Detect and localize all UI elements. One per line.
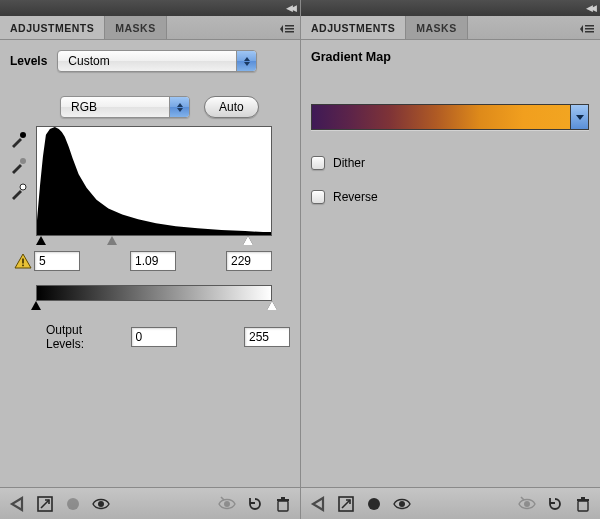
- output-slider-track[interactable]: [36, 301, 272, 313]
- eyedropper-group: [10, 126, 30, 200]
- svg-rect-1: [285, 28, 294, 30]
- clip-to-layer-icon[interactable]: [365, 495, 383, 513]
- back-arrow-icon[interactable]: [8, 495, 26, 513]
- svg-point-11: [224, 501, 230, 507]
- channel-select[interactable]: RGB: [60, 96, 190, 118]
- reverse-checkbox[interactable]: [311, 190, 325, 204]
- panel-collapse-bar[interactable]: ◀◀: [301, 0, 600, 16]
- svg-rect-12: [278, 501, 288, 511]
- trash-icon[interactable]: [574, 495, 592, 513]
- levels-body: Levels Custom RGB Auto: [0, 40, 300, 487]
- shadow-slider-handle[interactable]: [36, 236, 46, 245]
- levels-panel: ◀◀ ADJUSTMENTS MASKS Levels Custom RGB A…: [0, 0, 300, 519]
- reset-icon[interactable]: [246, 495, 264, 513]
- panel-menu-button[interactable]: [580, 16, 594, 40]
- svg-rect-15: [585, 25, 594, 27]
- trash-icon[interactable]: [274, 495, 292, 513]
- svg-rect-7: [22, 265, 24, 267]
- eyedropper-white-icon[interactable]: [10, 182, 28, 200]
- clip-to-layer-icon[interactable]: [64, 495, 82, 513]
- input-slider-track[interactable]: [36, 236, 272, 248]
- back-arrow-icon[interactable]: [309, 495, 327, 513]
- midtone-slider-handle[interactable]: [107, 236, 117, 245]
- gradient-swatch: [312, 105, 570, 129]
- warning-icon[interactable]: [14, 252, 32, 270]
- previous-state-icon[interactable]: [518, 495, 536, 513]
- collapse-icon: ◀◀: [586, 3, 594, 13]
- eyedropper-black-icon[interactable]: [10, 130, 28, 148]
- output-high-handle[interactable]: [267, 301, 277, 310]
- gradient-dropdown-button[interactable]: [570, 105, 588, 129]
- output-levels-label: Output Levels:: [46, 323, 123, 351]
- svg-rect-22: [578, 501, 588, 511]
- highlight-slider-handle[interactable]: [243, 236, 253, 245]
- gradient-map-body: Gradient Map Dither Reverse: [301, 40, 600, 487]
- channel-value: RGB: [71, 100, 97, 114]
- collapse-icon: ◀◀: [286, 3, 294, 13]
- visibility-icon[interactable]: [92, 495, 110, 513]
- expand-icon[interactable]: [36, 495, 54, 513]
- gradient-map-title: Gradient Map: [311, 50, 590, 64]
- output-low-handle[interactable]: [31, 301, 41, 310]
- svg-point-4: [20, 158, 26, 164]
- svg-rect-0: [285, 25, 294, 27]
- svg-point-19: [368, 498, 380, 510]
- tab-adjustments[interactable]: ADJUSTMENTS: [301, 16, 406, 39]
- svg-point-20: [399, 501, 405, 507]
- tab-adjustments[interactable]: ADJUSTMENTS: [0, 16, 105, 39]
- tab-strip: ADJUSTMENTS MASKS: [301, 16, 600, 40]
- svg-rect-24: [581, 497, 585, 499]
- preset-select[interactable]: Custom: [57, 50, 257, 72]
- svg-rect-17: [585, 31, 594, 33]
- previous-state-icon[interactable]: [218, 495, 236, 513]
- panel-footer: [301, 487, 600, 519]
- svg-rect-14: [281, 497, 285, 499]
- preset-value: Custom: [68, 54, 109, 68]
- reverse-label: Reverse: [333, 190, 378, 204]
- output-low-input[interactable]: [131, 327, 177, 347]
- svg-rect-16: [585, 28, 594, 30]
- output-gradient-bar: [36, 285, 272, 301]
- midtone-input[interactable]: [130, 251, 176, 271]
- svg-point-3: [20, 132, 26, 138]
- gradient-preview[interactable]: [311, 104, 589, 130]
- svg-rect-23: [577, 499, 589, 501]
- reset-icon[interactable]: [546, 495, 564, 513]
- tab-strip: ADJUSTMENTS MASKS: [0, 16, 300, 40]
- panel-menu-button[interactable]: [280, 16, 294, 40]
- auto-button[interactable]: Auto: [204, 96, 259, 118]
- expand-icon[interactable]: [337, 495, 355, 513]
- shadow-input[interactable]: [34, 251, 80, 271]
- panel-collapse-bar[interactable]: ◀◀: [0, 0, 300, 16]
- gradient-map-panel: ◀◀ ADJUSTMENTS MASKS Gradient Map Dither…: [300, 0, 600, 519]
- svg-rect-13: [277, 499, 289, 501]
- levels-title: Levels: [10, 54, 47, 68]
- tab-masks[interactable]: MASKS: [406, 16, 467, 39]
- eyedropper-gray-icon[interactable]: [10, 156, 28, 174]
- dither-label: Dither: [333, 156, 365, 170]
- output-high-input[interactable]: [244, 327, 290, 347]
- visibility-icon[interactable]: [393, 495, 411, 513]
- svg-point-9: [67, 498, 79, 510]
- svg-point-10: [98, 501, 104, 507]
- svg-rect-6: [22, 259, 24, 264]
- panel-footer: [0, 487, 300, 519]
- tab-masks[interactable]: MASKS: [105, 16, 166, 39]
- dither-checkbox[interactable]: [311, 156, 325, 170]
- histogram-display: [36, 126, 272, 236]
- svg-point-5: [20, 184, 26, 190]
- highlight-input[interactable]: [226, 251, 272, 271]
- svg-point-21: [524, 501, 530, 507]
- svg-rect-2: [285, 31, 294, 33]
